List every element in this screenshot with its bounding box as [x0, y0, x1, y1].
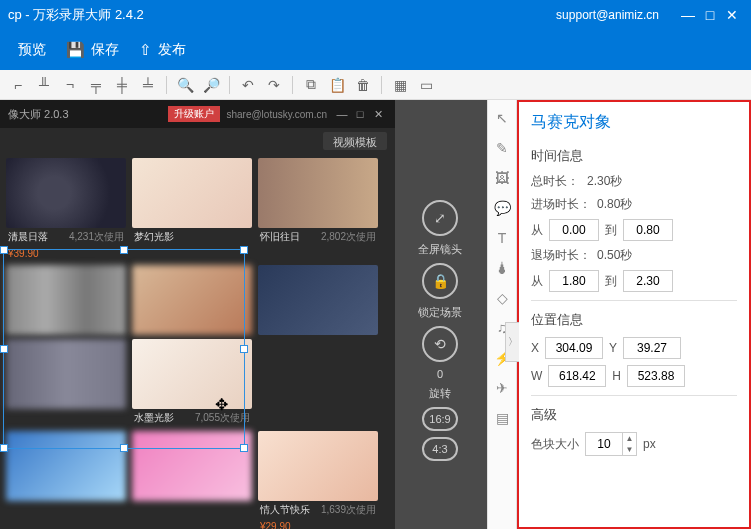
- advanced-section-label: 高级: [531, 406, 737, 424]
- panel-close-icon[interactable]: ✕: [369, 108, 387, 121]
- fullscreen-button[interactable]: ⤢: [422, 200, 458, 236]
- exit-from-input[interactable]: [549, 270, 599, 292]
- resize-handle[interactable]: [120, 246, 128, 254]
- resize-handle[interactable]: [0, 345, 8, 353]
- zoom-out-icon[interactable]: 🔍: [173, 73, 197, 97]
- enter-to-input[interactable]: [623, 219, 673, 241]
- template-thumb[interactable]: 怀旧往日2,802次使用: [258, 158, 378, 261]
- grid-icon[interactable]: ▦: [388, 73, 412, 97]
- exit-duration-value: 0.50秒: [597, 247, 632, 264]
- template-thumb[interactable]: [258, 265, 378, 335]
- align-center-icon[interactable]: ╨: [32, 73, 56, 97]
- total-duration-label: 总时长：: [531, 173, 581, 190]
- block-size-input[interactable]: [586, 433, 622, 455]
- doc-icon[interactable]: ▤: [492, 408, 512, 428]
- x-input[interactable]: [545, 337, 603, 359]
- x-label: X: [531, 341, 539, 355]
- time-section-label: 时间信息: [531, 147, 737, 165]
- canvas-area[interactable]: 像大师 2.0.3 升级账户 share@lotusky.com.cn — □ …: [0, 100, 487, 529]
- resize-handle[interactable]: [120, 444, 128, 452]
- redo-icon[interactable]: ↷: [262, 73, 286, 97]
- ratio-4-3-button[interactable]: 4:3: [422, 437, 458, 461]
- rotate-label: 旋转: [429, 386, 451, 401]
- step-down-icon[interactable]: ▼: [622, 444, 636, 455]
- h-input[interactable]: [627, 365, 685, 387]
- template-tab[interactable]: 视频模板: [323, 132, 387, 150]
- layer-icon[interactable]: ▭: [414, 73, 438, 97]
- total-duration-value: 2.30秒: [587, 173, 622, 190]
- h-label: H: [612, 369, 621, 383]
- panel-max-icon[interactable]: □: [351, 108, 369, 120]
- block-size-stepper[interactable]: ▲▼: [585, 432, 637, 456]
- exit-to-input[interactable]: [623, 270, 673, 292]
- shape-icon[interactable]: ◇: [492, 288, 512, 308]
- align-right-icon[interactable]: ¬: [58, 73, 82, 97]
- close-button[interactable]: ✕: [721, 7, 743, 23]
- w-label: W: [531, 369, 542, 383]
- position-section-label: 位置信息: [531, 311, 737, 329]
- to-label: 到: [605, 273, 617, 290]
- lock-button[interactable]: 🔒: [422, 263, 458, 299]
- to-label: 到: [605, 222, 617, 239]
- align-top-icon[interactable]: ╤: [84, 73, 108, 97]
- app-title: cp - 万彩录屏大师 2.4.2: [8, 6, 556, 24]
- resize-handle[interactable]: [240, 444, 248, 452]
- resize-handle[interactable]: [0, 444, 8, 452]
- template-thumb[interactable]: 清晨日落4,231次使用¥39.90: [6, 158, 126, 261]
- align-bottom-icon[interactable]: ╧: [136, 73, 160, 97]
- zoom-in-icon[interactable]: 🔎: [199, 73, 223, 97]
- panel-title: 马赛克对象: [531, 112, 737, 133]
- support-email[interactable]: support@animiz.cn: [556, 8, 659, 22]
- px-label: px: [643, 437, 656, 451]
- maximize-button[interactable]: □: [699, 7, 721, 23]
- step-up-icon[interactable]: ▲: [622, 433, 636, 444]
- cursor-icon[interactable]: ↖: [492, 108, 512, 128]
- resize-handle[interactable]: [0, 246, 8, 254]
- image-icon[interactable]: 🖼: [492, 168, 512, 188]
- publish-label: 发布: [158, 41, 186, 59]
- delete-icon[interactable]: 🗑: [351, 73, 375, 97]
- properties-panel: 〉 马赛克对象 时间信息 总时长：2.30秒 进场时长：0.80秒 从 到 退场…: [517, 100, 751, 529]
- exit-duration-label: 退场时长：: [531, 247, 591, 264]
- panel-min-icon[interactable]: —: [333, 108, 351, 120]
- publish-button[interactable]: ⇧发布: [129, 37, 196, 63]
- mosaic-selection[interactable]: [3, 249, 245, 449]
- template-thumb[interactable]: 梦幻光影: [132, 158, 252, 261]
- resize-handle[interactable]: [240, 246, 248, 254]
- align-left-icon[interactable]: ⌐: [6, 73, 30, 97]
- from-label: 从: [531, 222, 543, 239]
- preview-button[interactable]: 预览: [8, 37, 56, 63]
- sub-toolbar: ⌐ ╨ ¬ ╤ ╪ ╧ 🔍 🔎 ↶ ↷ ⧉ 📋 🗑 ▦ ▭: [0, 70, 751, 100]
- save-button[interactable]: 💾保存: [56, 37, 129, 63]
- enter-from-input[interactable]: [549, 219, 599, 241]
- preview-label: 预览: [18, 41, 46, 59]
- undo-icon[interactable]: ↶: [236, 73, 260, 97]
- w-input[interactable]: [548, 365, 606, 387]
- publish-icon: ⇧: [139, 41, 152, 59]
- save-icon: 💾: [66, 41, 85, 59]
- fullscreen-label: 全屏镜头: [418, 242, 462, 257]
- copy-icon[interactable]: ⧉: [299, 73, 323, 97]
- plane-icon[interactable]: ✈: [492, 378, 512, 398]
- align-middle-icon[interactable]: ╪: [110, 73, 134, 97]
- speech-icon[interactable]: 💬: [492, 198, 512, 218]
- enter-duration-label: 进场时长：: [531, 196, 591, 213]
- y-input[interactable]: [623, 337, 681, 359]
- share-url: share@lotusky.com.cn: [226, 109, 327, 120]
- panel-subtitle: 像大师 2.0.3: [8, 107, 168, 122]
- upgrade-badge[interactable]: 升级账户: [168, 106, 220, 122]
- expand-tab[interactable]: 〉: [505, 322, 519, 362]
- drop-icon[interactable]: 🌢: [492, 258, 512, 278]
- rotate-button[interactable]: ⟲: [422, 326, 458, 362]
- pencil-icon[interactable]: ✎: [492, 138, 512, 158]
- template-thumb[interactable]: 情人节快乐1,639次使用¥29.90: [258, 431, 378, 529]
- resize-handle[interactable]: [240, 345, 248, 353]
- minimize-button[interactable]: —: [677, 7, 699, 23]
- ratio-16-9-button[interactable]: 16:9: [422, 407, 458, 431]
- y-label: Y: [609, 341, 617, 355]
- block-size-label: 色块大小: [531, 436, 579, 453]
- from-label: 从: [531, 273, 543, 290]
- rotate-value: 0: [437, 368, 443, 380]
- paste-icon[interactable]: 📋: [325, 73, 349, 97]
- text-icon[interactable]: T: [492, 228, 512, 248]
